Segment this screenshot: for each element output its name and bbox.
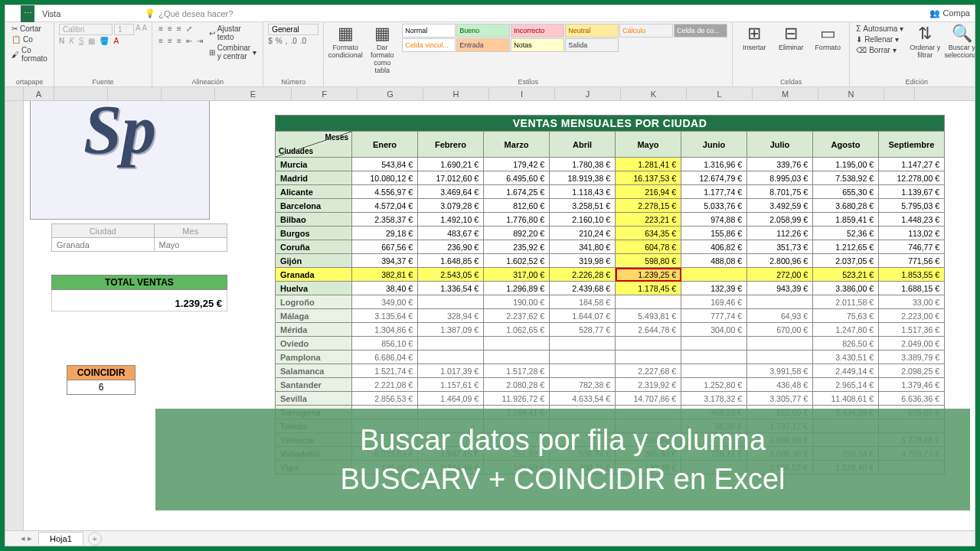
data-cell[interactable]: 2.965,14 € (813, 378, 879, 392)
col-header-blank[interactable] (108, 87, 162, 100)
data-cell[interactable]: 33,00 € (879, 295, 945, 309)
align-center-icon[interactable]: ≡ (168, 37, 172, 45)
underline-button[interactable]: S (79, 37, 84, 45)
style-notas[interactable]: Notas (511, 38, 564, 52)
style-entrada[interactable]: Entrada (456, 38, 510, 52)
data-cell[interactable]: 2.037,05 € (813, 254, 879, 268)
data-cell[interactable]: 655,30 € (813, 185, 879, 199)
data-cell[interactable]: 2.227,68 € (616, 364, 681, 378)
data-cell[interactable]: 856,10 € (352, 337, 418, 350)
col-header-blank[interactable] (54, 87, 108, 100)
data-cell[interactable] (484, 337, 550, 350)
data-cell[interactable]: 598,80 € (616, 254, 681, 268)
data-cell[interactable]: 2.800,96 € (747, 254, 813, 268)
style-incorrecto[interactable]: Incorrecto (511, 24, 564, 37)
data-cell[interactable]: 3.389,79 € (879, 350, 945, 364)
data-cell[interactable]: 543,84 € (352, 158, 418, 171)
sheet-nav-icon[interactable]: ◂ ▸ (21, 533, 32, 543)
data-cell[interactable]: 1.247,80 € (813, 323, 879, 337)
data-cell[interactable]: 1.239,25 € (616, 268, 681, 282)
data-cell[interactable]: 3.178,32 € (681, 392, 747, 406)
cut-button[interactable]: ✂ Cortar (10, 24, 49, 34)
data-cell[interactable]: 11.408,61 € (813, 392, 879, 406)
data-cell[interactable]: 3.430,51 € (813, 350, 879, 364)
currency-icon[interactable]: $ (268, 37, 273, 45)
data-cell[interactable]: 216,94 € (616, 185, 681, 199)
styles-gallery[interactable]: NormalBuenoIncorrectoNeutralCálculoCelda… (402, 24, 727, 52)
tab-vista[interactable]: Vista (36, 5, 137, 22)
data-cell[interactable]: 223,21 € (616, 213, 681, 227)
data-cell[interactable] (681, 350, 747, 364)
share-button[interactable]: 👥 Compa (929, 8, 970, 18)
data-cell[interactable]: 1.195,00 € (813, 158, 879, 171)
font-size[interactable]: 1 (114, 24, 134, 35)
data-cell[interactable]: 52,36 € (813, 227, 879, 240)
increase-font-icon[interactable]: A (136, 24, 141, 35)
data-cell[interactable]: 1.688,15 € (879, 282, 945, 295)
style-c-lculo[interactable]: Cálculo (619, 24, 673, 37)
data-cell[interactable]: 317,00 € (484, 268, 550, 282)
align-bot-icon[interactable]: ≡ (177, 24, 181, 33)
data-cell[interactable]: 3.680,28 € (813, 199, 879, 213)
data-cell[interactable] (418, 295, 484, 309)
data-cell[interactable]: 2.319,92 € (616, 378, 681, 392)
data-cell[interactable]: 64,93 € (747, 309, 813, 323)
col-header-M[interactable]: M (753, 87, 818, 100)
data-cell[interactable]: 38,40 € (352, 282, 418, 295)
data-cell[interactable]: 1.296,89 € (484, 282, 550, 295)
inc-decimal-icon[interactable]: .0 (290, 37, 296, 45)
data-cell[interactable]: 394,37 € (352, 254, 418, 268)
data-cell[interactable]: 2.226,28 € (550, 268, 616, 282)
data-cell[interactable]: 782,38 € (550, 378, 616, 392)
col-header-F[interactable]: F (292, 87, 358, 100)
data-cell[interactable]: 892,20 € (484, 227, 550, 240)
data-cell[interactable]: 1.859,41 € (813, 213, 879, 227)
col-header-H[interactable]: H (423, 87, 489, 100)
sheet-tab[interactable]: Hoja1 (38, 532, 83, 545)
align-mid-icon[interactable]: ≡ (168, 24, 172, 33)
data-cell[interactable]: 328,94 € (418, 309, 484, 323)
data-cell[interactable]: 943,39 € (747, 282, 813, 295)
conditional-format-button[interactable]: ▦Formato condicional (328, 24, 362, 59)
data-cell[interactable] (550, 350, 616, 364)
data-cell[interactable]: 1.281,41 € (616, 158, 681, 171)
data-cell[interactable]: 2.049,00 € (879, 337, 945, 350)
data-cell[interactable] (550, 337, 616, 350)
data-cell[interactable]: 1.379,46 € (879, 378, 945, 392)
data-cell[interactable]: 1.017,39 € (418, 364, 484, 378)
ciudad-value[interactable]: Granada (52, 238, 155, 252)
copy-button[interactable]: 📋 Co (10, 34, 49, 44)
autosum-button[interactable]: Σ Autosuma ▾ (854, 24, 905, 34)
data-cell[interactable]: 1.062,65 € (484, 323, 550, 337)
data-cell[interactable]: 1.212,65 € (813, 240, 879, 254)
data-cell[interactable]: 2.058,99 € (747, 213, 813, 227)
data-cell[interactable]: 2.080,28 € (484, 378, 550, 392)
indent-dec-icon[interactable]: ⇤ (186, 37, 192, 45)
data-cell[interactable]: 3.469,64 € (418, 185, 484, 199)
tell-me-search[interactable]: 💡 ¿Qué desea hacer? (145, 8, 233, 18)
col-header-J[interactable]: J (555, 87, 621, 100)
data-cell[interactable] (616, 295, 681, 309)
data-cell[interactable]: 11.926,72 € (484, 392, 550, 406)
data-cell[interactable]: 974,88 € (681, 213, 747, 227)
data-cell[interactable]: 406,82 € (681, 240, 747, 254)
data-cell[interactable]: 1.674,25 € (484, 185, 550, 199)
data-cell[interactable]: 777,74 € (681, 309, 747, 323)
col-header-I[interactable]: I (489, 87, 555, 100)
data-cell[interactable]: 1.644,07 € (550, 309, 616, 323)
format-painter[interactable]: 🖌 Co formato (10, 45, 49, 64)
data-cell[interactable]: 1.252,80 € (681, 378, 747, 392)
data-cell[interactable] (484, 350, 550, 364)
data-cell[interactable]: 1.602,52 € (484, 254, 550, 268)
data-cell[interactable]: 634,35 € (616, 227, 681, 240)
data-cell[interactable]: 1.178,45 € (616, 282, 681, 295)
data-cell[interactable]: 112,26 € (747, 227, 813, 240)
data-cell[interactable]: 483,67 € (418, 227, 484, 240)
data-cell[interactable]: 826,50 € (813, 337, 879, 350)
border-button[interactable]: ▦ (88, 37, 95, 45)
data-cell[interactable]: 5.493,81 € (616, 309, 681, 323)
data-cell[interactable]: 113,02 € (879, 227, 945, 240)
data-cell[interactable]: 1.492,10 € (418, 213, 484, 227)
file-menu[interactable]: ⋯ (21, 5, 34, 22)
data-cell[interactable] (681, 364, 747, 378)
